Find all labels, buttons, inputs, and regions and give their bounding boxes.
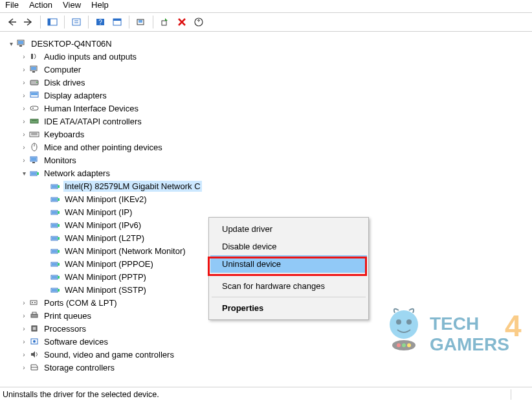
show-hide-button[interactable]	[45, 14, 60, 30]
tree-category[interactable]: ›Audio inputs and outputs	[6, 50, 532, 63]
printer-icon	[28, 310, 40, 321]
enable-icon	[160, 17, 170, 27]
svg-point-68	[34, 302, 36, 303]
context-properties[interactable]: Properties	[210, 299, 367, 317]
list-icon	[112, 17, 122, 27]
svg-rect-1	[48, 19, 50, 25]
svg-rect-69	[31, 314, 38, 317]
chevron-right-icon[interactable]: ›	[19, 364, 28, 371]
properties-button[interactable]	[69, 14, 84, 30]
menu-view[interactable]: View	[63, 0, 81, 10]
tree-category[interactable]: ›Human Interface Devices	[6, 102, 532, 115]
uninstall-button[interactable]	[174, 14, 190, 30]
chevron-right-icon[interactable]: ›	[19, 66, 28, 73]
menu-help[interactable]: Help	[91, 0, 109, 10]
chevron-right-icon[interactable]: ›	[19, 118, 28, 125]
tree-category[interactable]: ›Storage controllers	[6, 361, 532, 374]
scan-button[interactable]	[133, 14, 149, 30]
context-uninstall-device[interactable]: Uninstall device	[210, 255, 367, 273]
chevron-right-icon[interactable]: ›	[19, 351, 28, 358]
chevron-right-icon[interactable]: ›	[19, 144, 28, 151]
tree-device[interactable]: WAN Miniport (IP)	[6, 205, 532, 218]
tree-device-label: WAN Miniport (IPv6)	[63, 220, 142, 231]
disk-icon	[28, 77, 40, 87]
help-button[interactable]: ?	[93, 14, 108, 30]
tree-category[interactable]: ›Disk drives	[6, 76, 532, 89]
tree-root-label: DESKTOP-Q4NT06N	[30, 38, 113, 49]
menu-action[interactable]: Action	[29, 0, 52, 10]
svg-rect-38	[37, 172, 39, 175]
pane-icon	[47, 17, 58, 27]
tree-category[interactable]: ›Monitors	[6, 154, 532, 166]
keyboard-icon	[28, 129, 40, 139]
tree-root[interactable]: ▾ DESKTOP-Q4NT06N	[6, 37, 532, 50]
tree-category[interactable]: ›IDE ATA/ATAPI controllers	[6, 115, 532, 128]
network-adapter-icon	[49, 181, 61, 191]
enable-button[interactable]	[157, 14, 173, 30]
svg-rect-66	[30, 301, 37, 304]
forward-button[interactable]	[21, 14, 36, 30]
svg-rect-70	[32, 312, 36, 314]
status-bar: Uninstalls the driver for the selected d…	[0, 387, 532, 401]
arrow-right-icon	[23, 17, 34, 27]
svg-rect-56	[58, 250, 60, 253]
back-button[interactable]	[4, 14, 19, 30]
chevron-right-icon[interactable]: ›	[19, 338, 28, 345]
update-button[interactable]	[191, 14, 206, 30]
svg-rect-14	[18, 41, 23, 44]
svg-rect-24	[30, 106, 38, 110]
tree-category[interactable]: ›Display adapters	[6, 89, 532, 102]
chevron-down-icon[interactable]: ▾	[19, 170, 28, 177]
context-disable-device[interactable]: Disable device	[210, 238, 367, 255]
svg-point-25	[32, 108, 34, 109]
tree-category-label: Keyboards	[43, 129, 85, 140]
tree-category[interactable]: ›Mice and other pointing devices	[6, 141, 532, 154]
network-adapter-icon	[49, 194, 61, 204]
tree-category[interactable]: ›Software devices	[6, 335, 532, 348]
svg-rect-26	[30, 119, 38, 123]
chevron-right-icon[interactable]: ›	[19, 325, 28, 332]
chevron-right-icon[interactable]: ›	[19, 312, 28, 319]
chevron-right-icon[interactable]: ›	[19, 105, 28, 112]
tree-category[interactable]: ▾Network adapters	[6, 166, 532, 179]
tree-device[interactable]: Intel(R) 82579LM Gigabit Network C	[6, 179, 532, 192]
tree-category[interactable]: ›Processors	[6, 322, 532, 335]
svg-rect-50	[58, 224, 60, 227]
ports-icon	[28, 297, 40, 308]
chevron-right-icon[interactable]: ›	[19, 79, 28, 86]
tree-device[interactable]: WAN Miniport (IKEv2)	[6, 192, 532, 205]
tree-category[interactable]: ›Sound, video and game controllers	[6, 348, 532, 361]
tree-device-label: WAN Miniport (IKEv2)	[63, 194, 148, 205]
chevron-right-icon[interactable]: ›	[19, 53, 28, 60]
x-icon	[177, 17, 187, 27]
chevron-right-icon[interactable]: ›	[19, 299, 28, 306]
arrow-left-icon	[6, 17, 17, 27]
software-icon	[28, 336, 40, 347]
chevron-right-icon[interactable]: ›	[19, 157, 28, 164]
chevron-down-icon[interactable]: ▾	[6, 40, 16, 47]
context-update-driver[interactable]: Update driver	[210, 220, 367, 238]
display-icon	[28, 90, 40, 100]
context-scan-hardware[interactable]: Scan for hardware changes	[210, 277, 367, 295]
chevron-right-icon[interactable]: ›	[19, 131, 28, 138]
tree-category[interactable]: ›Computer	[6, 63, 532, 76]
svg-rect-34	[31, 157, 36, 161]
menu-file[interactable]: File	[5, 0, 19, 10]
chevron-right-icon[interactable]: ›	[19, 92, 28, 99]
scan-icon	[136, 17, 146, 27]
svg-rect-19	[32, 71, 35, 73]
tree-device-label: WAN Miniport (SSTP)	[63, 284, 148, 295]
context-menu: Update driver Disable device Uninstall d…	[208, 217, 369, 320]
svg-rect-37	[31, 172, 36, 175]
tree-category-label: IDE ATA/ATAPI controllers	[43, 116, 143, 127]
tree-category[interactable]: ›Keyboards	[6, 128, 532, 141]
svg-rect-55	[52, 250, 57, 253]
tree-category-label: Mice and other pointing devices	[43, 142, 164, 153]
update-circle-icon	[194, 17, 204, 27]
view-button[interactable]	[109, 14, 125, 30]
sound-icon	[28, 349, 40, 360]
audio-icon	[28, 51, 40, 62]
tree-category-label: Network adapters	[43, 168, 111, 179]
device-tree[interactable]: ▾ DESKTOP-Q4NT06N ›Audio inputs and outp…	[0, 32, 532, 382]
svg-rect-49	[52, 224, 57, 227]
